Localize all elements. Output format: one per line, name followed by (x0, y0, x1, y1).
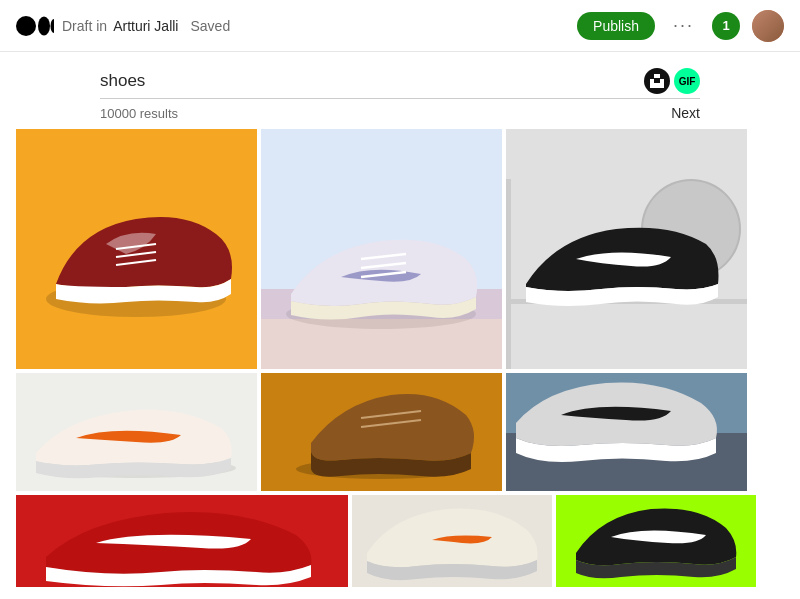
svg-point-2 (51, 19, 55, 33)
image-item[interactable] (506, 129, 747, 369)
image-item[interactable] (16, 129, 257, 369)
image-item[interactable] (506, 373, 747, 491)
shoe-illustration-6 (506, 373, 747, 491)
more-options-button[interactable]: ··· (667, 11, 700, 40)
unsplash-icon-button[interactable] (644, 68, 670, 94)
svg-rect-17 (506, 179, 511, 369)
shoe-illustration-9 (556, 495, 756, 587)
shoe-illustration-3 (506, 129, 747, 369)
avatar-image (752, 10, 784, 42)
notification-badge[interactable]: 1 (712, 12, 740, 40)
image-item[interactable] (16, 495, 348, 587)
shoe-illustration-1 (16, 129, 257, 369)
draft-label: Draft in (62, 18, 107, 34)
unsplash-icon (650, 74, 664, 88)
results-count: 10000 results (100, 106, 178, 121)
image-row-1 (0, 129, 800, 369)
search-area: GIF 10000 results Next (0, 52, 800, 129)
saved-label: Saved (190, 18, 230, 34)
svg-point-1 (38, 16, 50, 35)
publish-button[interactable]: Publish (577, 12, 655, 40)
svg-point-0 (16, 16, 36, 36)
shoe-illustration-7 (16, 495, 348, 587)
search-input[interactable] (100, 71, 644, 91)
image-item[interactable] (16, 373, 257, 491)
image-item[interactable] (556, 495, 756, 587)
draft-info: Draft in Artturi Jalli Saved (62, 18, 230, 34)
giphy-label: GIF (679, 76, 696, 87)
medium-logo-icon (16, 15, 54, 37)
search-icon-group: GIF (644, 68, 700, 94)
user-avatar[interactable] (752, 10, 784, 42)
header: Draft in Artturi Jalli Saved Publish ···… (0, 0, 800, 52)
image-item[interactable] (261, 373, 502, 491)
results-row: 10000 results Next (100, 105, 700, 121)
search-bar: GIF (100, 68, 700, 99)
shoe-illustration-5 (261, 373, 502, 491)
author-name: Artturi Jalli (113, 18, 178, 34)
logo (16, 15, 54, 37)
shoe-illustration-4 (16, 373, 257, 491)
shoe-illustration-2 (261, 129, 502, 369)
image-item[interactable] (352, 495, 552, 587)
giphy-icon-button[interactable]: GIF (674, 68, 700, 94)
header-right: Publish ··· 1 (577, 10, 784, 42)
image-row-3 (0, 495, 800, 587)
next-button[interactable]: Next (671, 105, 700, 121)
shoe-illustration-8 (352, 495, 552, 587)
image-item[interactable] (261, 129, 502, 369)
image-row-2 (0, 373, 800, 491)
